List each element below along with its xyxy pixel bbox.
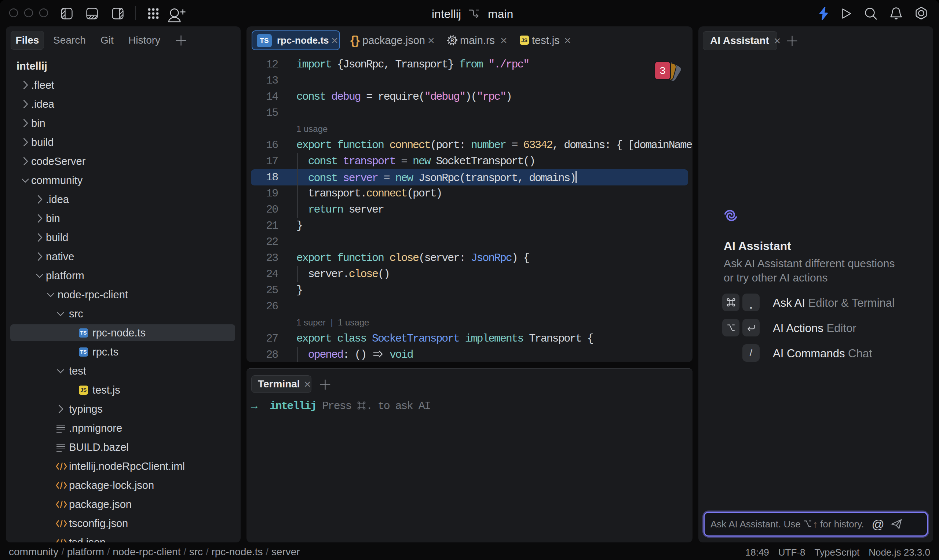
svg-text:R: R [450, 37, 454, 43]
